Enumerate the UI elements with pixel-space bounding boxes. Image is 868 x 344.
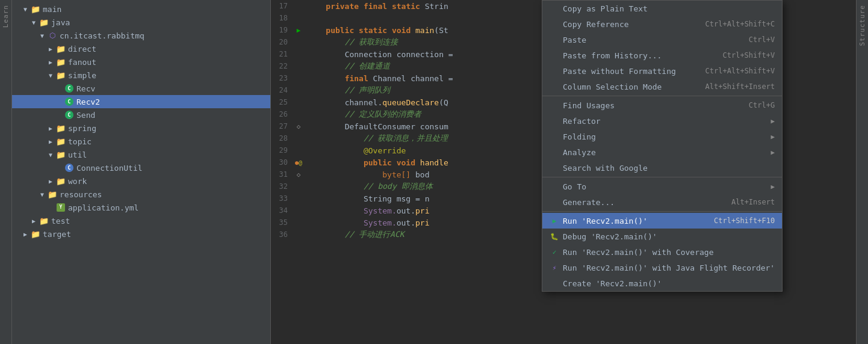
- menu-item-run-coverage[interactable]: ✓Run 'Recv2.main()' with Coverage: [542, 244, 782, 260]
- submenu-arrow-icon: ▶: [771, 133, 775, 141]
- line-number: 17: [271, 2, 293, 10]
- menu-shortcut: Ctrl+Shift+V: [723, 51, 775, 60]
- folder-icon: 📁: [55, 123, 66, 134]
- flight-icon: ⚡: [550, 263, 559, 272]
- menu-item-icon: [550, 4, 559, 13]
- menu-item-copy-ref[interactable]: Copy ReferenceCtrl+Alt+Shift+C: [542, 16, 782, 32]
- menu-item-debug[interactable]: 🐛Debug 'Recv2.main()': [542, 229, 782, 244]
- menu-item-left: Copy Reference: [550, 19, 629, 29]
- tree-arrow[interactable]: ▼: [46, 72, 55, 79]
- code-editor[interactable]: 17 private final static Strin1819▶ publi…: [271, 0, 856, 344]
- tree-item-label: work: [68, 177, 270, 186]
- tree-arrow[interactable]: ▶: [20, 231, 30, 238]
- menu-item-left: ▶Run 'Recv2.main()': [550, 216, 648, 226]
- yaml-icon: Y: [55, 202, 66, 213]
- tree-item-topic[interactable]: ▶📁topic: [12, 135, 270, 148]
- tree-arrow[interactable]: ▼: [37, 191, 47, 198]
- menu-item-analyze[interactable]: Analyze▶: [542, 144, 782, 160]
- menu-item-copy-plain[interactable]: Copy as Plain Text: [542, 1, 782, 16]
- tree-arrow[interactable]: ▶: [46, 59, 55, 66]
- structure-tab[interactable]: Structure: [856, 0, 868, 344]
- menu-separator: [542, 211, 782, 212]
- tree-item-label: application.yml: [68, 203, 270, 212]
- tree-arrow[interactable]: ▼: [29, 19, 39, 26]
- tree-arrow[interactable]: ▼: [37, 32, 47, 39]
- tree-item-resources[interactable]: ▼📁resources: [12, 188, 270, 201]
- menu-item-label: Run 'Recv2.main()' with Java Flight Reco…: [563, 263, 775, 272]
- menu-item-label: Find Usages: [563, 101, 615, 110]
- tree-arrow[interactable]: ▶: [46, 46, 55, 52]
- tree-item-label: Recv: [76, 84, 270, 93]
- menu-item-generate[interactable]: Generate...Alt+Insert: [542, 194, 782, 210]
- menu-item-left: Copy as Plain Text: [550, 4, 648, 13]
- line-number: 33: [271, 194, 293, 203]
- menu-item-label: Search with Google: [563, 164, 648, 173]
- menu-item-column-mode[interactable]: Column Selection ModeAlt+Shift+Insert: [542, 79, 782, 94]
- tree-arrow[interactable]: ▼: [20, 6, 30, 13]
- tree-item-Send[interactable]: CSend: [12, 108, 270, 121]
- menu-item-refactor[interactable]: Refactor▶: [542, 113, 782, 129]
- tree-item-simple[interactable]: ▼📁simple: [12, 69, 270, 82]
- menu-item-right: ▶: [766, 117, 775, 125]
- tree-item-target[interactable]: ▶📁target: [12, 227, 270, 241]
- class-icon: C: [64, 83, 75, 94]
- tree-item-direct[interactable]: ▶📁direct: [12, 42, 270, 55]
- menu-item-run-flight[interactable]: ⚡Run 'Recv2.main()' with Java Flight Rec…: [542, 260, 782, 275]
- menu-item-folding[interactable]: Folding▶: [542, 129, 782, 144]
- menu-item-find-usages[interactable]: Find UsagesCtrl+G: [542, 97, 782, 113]
- menu-item-left: Folding: [550, 132, 596, 141]
- menu-item-paste[interactable]: PasteCtrl+V: [542, 32, 782, 48]
- menu-item-left: ⚡Run 'Recv2.main()' with Java Flight Rec…: [550, 263, 775, 272]
- tree-arrow[interactable]: ▶: [29, 218, 39, 224]
- learn-label: Learn: [2, 5, 10, 28]
- tree-item-main[interactable]: ▼📁main: [12, 2, 270, 16]
- menu-shortcut: Alt+Shift+Insert: [705, 82, 775, 91]
- tree-arrow[interactable]: ▶: [46, 125, 55, 132]
- folder-icon: 📁: [55, 70, 66, 81]
- tree-item-cn.itcast.rabbitmq[interactable]: ▼⬡cn.itcast.rabbitmq: [12, 29, 270, 42]
- tree-arrow[interactable]: ▶: [46, 178, 55, 185]
- tree-item-work[interactable]: ▶📁work: [12, 174, 270, 188]
- line-gutter: ● @: [293, 159, 305, 166]
- menu-shortcut: Ctrl+V: [749, 35, 775, 44]
- tree-arrow[interactable]: ▶: [46, 138, 55, 145]
- learn-tab[interactable]: Learn: [0, 0, 12, 344]
- menu-item-icon: [550, 51, 559, 60]
- project-tree: ▼📁main▼📁java▼⬡cn.itcast.rabbitmq▶📁direct…: [12, 0, 271, 344]
- tree-item-test[interactable]: ▶📁test: [12, 214, 270, 227]
- tree-item-label: topic: [68, 137, 270, 146]
- tree-item-Recv[interactable]: CRecv: [12, 82, 270, 95]
- menu-item-paste-no-format[interactable]: Paste without FormattingCtrl+Alt+Shift+V: [542, 63, 782, 79]
- menu-item-create[interactable]: Create 'Recv2.main()': [542, 275, 782, 291]
- line-number: 27: [271, 122, 293, 131]
- tree-item-java[interactable]: ▼📁java: [12, 16, 270, 29]
- menu-item-label: Folding: [563, 132, 596, 141]
- line-number: 20: [271, 38, 293, 46]
- menu-item-right: Ctrl+G: [737, 101, 775, 109]
- tree-item-application.yml[interactable]: Yapplication.yml: [12, 201, 270, 214]
- tree-arrow[interactable]: ▼: [46, 152, 55, 158]
- menu-item-run[interactable]: ▶Run 'Recv2.main()'Ctrl+Shift+F10: [542, 213, 782, 229]
- menu-item-icon: [550, 82, 559, 91]
- line-number: 31: [271, 170, 293, 179]
- line-number: 25: [271, 98, 293, 106]
- menu-item-goto[interactable]: Go To▶: [542, 179, 782, 194]
- menu-item-search-google[interactable]: Search with Google: [542, 160, 782, 176]
- run-icon: ▶: [550, 216, 559, 226]
- tree-item-Recv2[interactable]: CRecv2: [12, 95, 270, 108]
- submenu-arrow-icon: ▶: [771, 117, 775, 125]
- menu-item-label: Run 'Recv2.main()' with Coverage: [563, 248, 713, 257]
- line-number: 19: [271, 26, 293, 34]
- tree-item-util[interactable]: ▼📁util: [12, 148, 270, 161]
- tree-item-spring[interactable]: ▶📁spring: [12, 121, 270, 135]
- menu-item-icon: [550, 163, 559, 173]
- line-number: 18: [271, 14, 293, 22]
- menu-separator: [542, 96, 782, 96]
- menu-item-paste-history[interactable]: Paste from History...Ctrl+Shift+V: [542, 48, 782, 63]
- line-gutter: ◇: [293, 123, 305, 131]
- menu-item-icon: [550, 19, 559, 29]
- menu-item-left: Find Usages: [550, 100, 615, 110]
- tree-item-label: resources: [60, 190, 270, 199]
- tree-item-ConnectionUtil[interactable]: CConnectionUtil: [12, 161, 270, 174]
- tree-item-fanout[interactable]: ▶📁fanout: [12, 55, 270, 69]
